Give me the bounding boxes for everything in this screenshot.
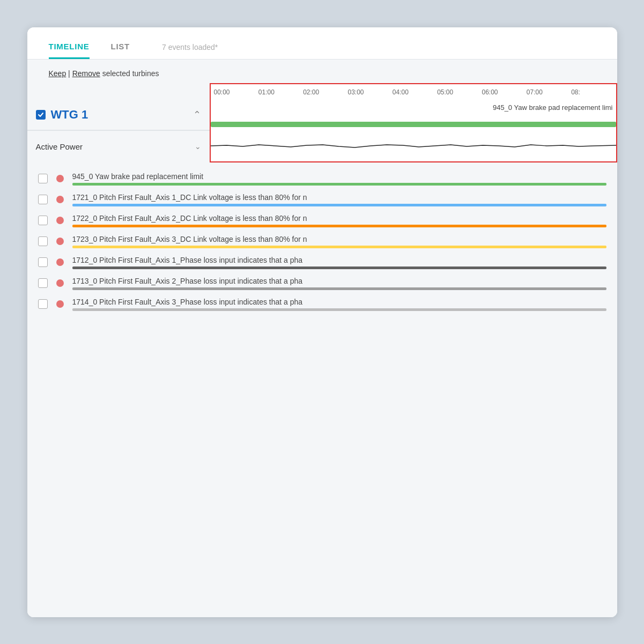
wtg-chevron-icon[interactable]: ⌃: [193, 109, 201, 121]
list-item: 1714_0 Pitch First Fault_Axis 3_Phase lo…: [27, 292, 617, 313]
event-content-4: 1712_0 Pitch First Fault_Axis 1_Phase lo…: [72, 256, 606, 269]
tab-list[interactable]: LIST: [111, 42, 130, 59]
tab-timeline[interactable]: TIMELINE: [49, 42, 90, 59]
tick-7: 07:00: [527, 88, 571, 96]
event-bar-3: [72, 246, 606, 248]
wtg-checkbox[interactable]: [36, 110, 46, 120]
event-dot-1: [56, 196, 64, 203]
tick-6: 06:00: [482, 88, 526, 96]
event-name-2: 1722_0 Pitch First Fault_Axis 2_DC Link …: [72, 214, 606, 223]
tick-1: 01:00: [258, 88, 303, 96]
event-checkbox-5[interactable]: [38, 278, 48, 288]
wtg-timeline-chart: 945_0 Yaw brake pad replacement limi: [210, 100, 617, 130]
event-checkbox-0[interactable]: [38, 174, 48, 183]
event-list: 945_0 Yaw brake pad replacement limit 17…: [27, 162, 617, 617]
green-event-bar: [211, 122, 616, 127]
active-power-chart: [210, 130, 617, 162]
event-dot-2: [56, 217, 64, 224]
event-content-3: 1723_0 Pitch First Fault_Axis 3_DC Link …: [72, 235, 606, 248]
event-bar-1: [72, 204, 606, 206]
active-power-label: Active Power: [36, 142, 83, 151]
event-checkbox-2[interactable]: [38, 216, 48, 225]
active-power-row: Active Power ⌄: [27, 130, 210, 162]
event-dot-4: [56, 258, 64, 266]
event-name-1: 1721_0 Pitch First Fault_Axis 1_DC Link …: [72, 193, 606, 202]
tick-5: 05:00: [437, 88, 482, 96]
event-name-6: 1714_0 Pitch First Fault_Axis 3_Phase lo…: [72, 298, 606, 306]
active-power-chevron-icon[interactable]: ⌄: [195, 142, 201, 151]
tick-8: 08:: [571, 88, 616, 96]
keep-link[interactable]: Keep: [49, 69, 66, 78]
event-name-3: 1723_0 Pitch First Fault_Axis 3_DC Link …: [72, 235, 606, 243]
tick-4: 04:00: [393, 88, 437, 96]
main-content: Keep | Remove selected turbines WTG 1: [27, 60, 617, 617]
event-checkbox-4[interactable]: [38, 257, 48, 267]
event-dot-6: [56, 300, 64, 308]
remove-link[interactable]: Remove: [72, 69, 100, 78]
event-content-6: 1714_0 Pitch First Fault_Axis 3_Phase lo…: [72, 298, 606, 311]
events-loaded-label: 7 events loaded*: [162, 43, 218, 59]
event-content-0: 945_0 Yaw brake pad replacement limit: [72, 172, 606, 186]
main-card: TIMELINE LIST 7 events loaded* Keep | Re…: [27, 27, 617, 617]
event-name-5: 1713_0 Pitch First Fault_Axis 2_Phase lo…: [72, 277, 606, 285]
event-dot-0: [56, 175, 64, 182]
event-content-5: 1713_0 Pitch First Fault_Axis 2_Phase lo…: [72, 277, 606, 290]
list-item: 1713_0 Pitch First Fault_Axis 2_Phase lo…: [27, 271, 617, 292]
wtg-title: WTG 1: [51, 108, 88, 122]
event-checkbox-6[interactable]: [38, 299, 48, 309]
power-line-svg: [211, 130, 616, 161]
power-polyline: [211, 145, 616, 147]
filter-bar: Keep | Remove selected turbines: [27, 60, 617, 83]
event-bar-4: [72, 267, 606, 269]
event-content-1: 1721_0 Pitch First Fault_Axis 1_DC Link …: [72, 193, 606, 206]
event-bar-6: [72, 308, 606, 311]
event-dot-5: [56, 279, 64, 287]
separator: |: [68, 69, 72, 78]
list-item: 945_0 Yaw brake pad replacement limit: [27, 167, 617, 188]
tick-2: 02:00: [303, 88, 347, 96]
list-item: 1712_0 Pitch First Fault_Axis 1_Phase lo…: [27, 250, 617, 271]
wtg-header: WTG 1 ⌃: [27, 100, 210, 130]
event-name-4: 1712_0 Pitch First Fault_Axis 1_Phase lo…: [72, 256, 606, 264]
right-panel: 00:00 01:00 02:00 03:00 04:00 05:00 06:0…: [210, 83, 617, 162]
event-name-0: 945_0 Yaw brake pad replacement limit: [72, 172, 606, 181]
event-checkbox-1[interactable]: [38, 195, 48, 204]
time-ruler: 00:00 01:00 02:00 03:00 04:00 05:00 06:0…: [210, 83, 617, 100]
event-dot-3: [56, 238, 64, 245]
event-bar-5: [72, 287, 606, 290]
event-bar-0: [72, 183, 606, 186]
filter-suffix: selected turbines: [102, 69, 159, 78]
event-bar-2: [72, 225, 606, 227]
left-panel: WTG 1 ⌃ Active Power ⌄: [27, 83, 210, 162]
event-label: 945_0 Yaw brake pad replacement limi: [493, 103, 613, 112]
tab-bar: TIMELINE LIST 7 events loaded*: [27, 27, 617, 60]
tick-0: 00:00: [214, 88, 258, 96]
list-item: 1721_0 Pitch First Fault_Axis 1_DC Link …: [27, 188, 617, 209]
tick-3: 03:00: [347, 88, 392, 96]
event-checkbox-3[interactable]: [38, 236, 48, 246]
list-item: 1723_0 Pitch First Fault_Axis 3_DC Link …: [27, 230, 617, 250]
event-content-2: 1722_0 Pitch First Fault_Axis 2_DC Link …: [72, 214, 606, 227]
timeline-section: WTG 1 ⌃ Active Power ⌄ 00:00 01:00 02:00…: [27, 83, 617, 162]
list-item: 1722_0 Pitch First Fault_Axis 2_DC Link …: [27, 209, 617, 230]
